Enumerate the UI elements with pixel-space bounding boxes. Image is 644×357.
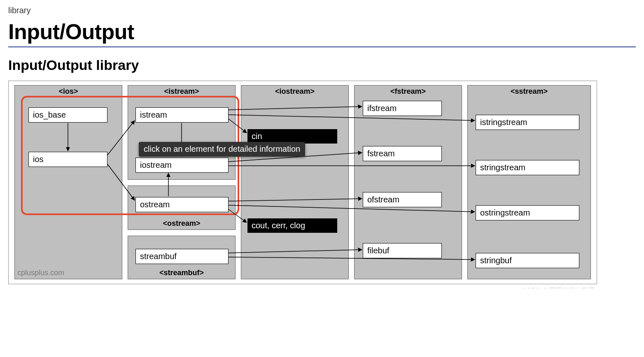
panel-header-ios: <ios>	[15, 86, 122, 97]
panel-sstream: <sstream>	[467, 85, 591, 279]
class-iostream[interactable]: iostream	[135, 158, 229, 173]
site-watermark: cplusplus.com	[17, 269, 64, 277]
class-fstream[interactable]: fstream	[363, 146, 442, 161]
title-rule	[8, 46, 636, 47]
class-ofstream[interactable]: ofstream	[363, 192, 442, 207]
breadcrumb[interactable]: library	[8, 6, 636, 15]
class-ifstream[interactable]: ifstream	[363, 101, 442, 116]
panel-header-iostream: <iostream>	[241, 86, 348, 97]
class-stringstream[interactable]: stringstream	[476, 160, 579, 175]
panel-header-sstream: <sstream>	[468, 86, 590, 97]
panel-iostream: <iostream>	[241, 85, 349, 279]
class-filebuf[interactable]: filebuf	[363, 243, 442, 258]
class-istream[interactable]: istream	[135, 107, 229, 123]
object-cin[interactable]: cin	[247, 129, 337, 144]
class-streambuf[interactable]: streambuf	[135, 249, 229, 264]
panel-footer-streambuf: <streambuf>	[128, 268, 235, 278]
class-ostream[interactable]: ostream	[135, 197, 229, 212]
class-stringbuf[interactable]: stringbuf	[476, 253, 579, 268]
panel-header-fstream: <fstream>	[355, 86, 462, 97]
csdn-watermark: CSDN @爱写代码的刚子	[522, 287, 595, 288]
tooltip: click on an element for detailed informa…	[139, 142, 305, 157]
panel-header-istream: <istream>	[128, 86, 235, 97]
class-ios[interactable]: ios	[28, 152, 107, 167]
class-ios_base[interactable]: ios_base	[28, 107, 107, 123]
class-istringstream[interactable]: istringstream	[476, 115, 579, 130]
panel-footer-ostream: <ostream>	[128, 218, 235, 229]
iostream-hierarchy-diagram: <ios> cplusplus.com <istream> <ostream> …	[8, 81, 597, 284]
section-title: Input/Output library	[8, 57, 636, 73]
class-ostringstream[interactable]: ostringstream	[476, 205, 579, 220]
object-cout-cerr-clog[interactable]: cout, cerr, clog	[247, 218, 337, 233]
page-title: Input/Output	[8, 19, 636, 44]
